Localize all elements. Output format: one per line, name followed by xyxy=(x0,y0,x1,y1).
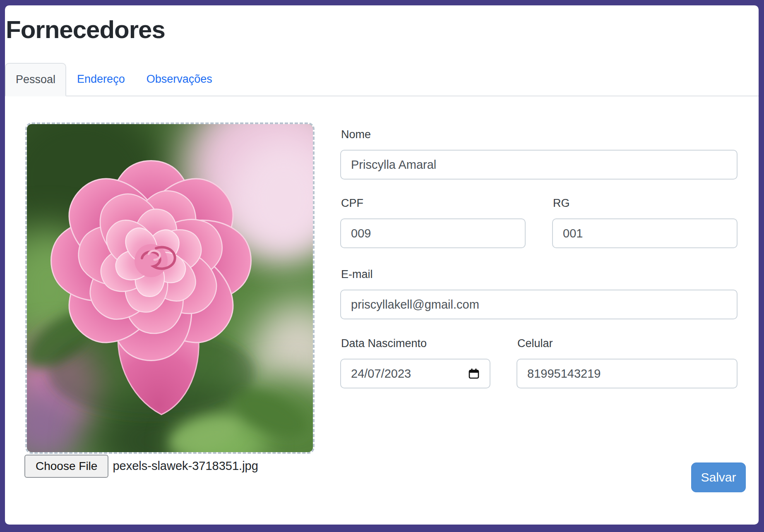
nome-label: Nome xyxy=(341,128,738,141)
email-label: E-mail xyxy=(341,268,738,281)
rg-input[interactable] xyxy=(552,218,738,248)
choose-file-button[interactable]: Choose File xyxy=(24,455,108,478)
nome-input[interactable] xyxy=(340,150,738,180)
tab-observacoes[interactable]: Observações xyxy=(136,63,223,96)
rose-photo-preview xyxy=(27,124,313,452)
photo-dropzone xyxy=(25,122,315,454)
rg-label: RG xyxy=(553,197,738,210)
celular-field: Celular xyxy=(517,319,738,388)
tab-endereco[interactable]: Endereço xyxy=(66,63,136,96)
email-input[interactable] xyxy=(340,290,738,319)
page-title: Fornecedores xyxy=(6,14,759,45)
rg-field: RG xyxy=(552,180,738,248)
photo-file-input: Choose File pexels-slawek-3718351.jpg xyxy=(24,454,258,478)
fornecedores-card: Fornecedores Pessoal Endereço Observaçõe… xyxy=(5,5,759,525)
save-button[interactable]: Salvar xyxy=(691,463,746,492)
tab-bar: Pessoal Endereço Observações xyxy=(5,63,759,96)
cpf-rg-row: CPF RG xyxy=(340,180,738,248)
selected-file-name: pexels-slawek-3718351.jpg xyxy=(113,459,258,473)
cpf-input[interactable] xyxy=(340,218,526,248)
calendar-icon[interactable] xyxy=(468,368,480,379)
cpf-label: CPF xyxy=(341,197,526,210)
data-nascimento-label: Data Nascimento xyxy=(341,337,490,350)
tab-pessoal[interactable]: Pessoal xyxy=(5,63,66,96)
celular-label: Celular xyxy=(517,337,738,350)
rose-illustration xyxy=(27,124,313,452)
pessoal-form: Nome CPF RG E-mail Data Nascimento xyxy=(340,128,738,388)
celular-input[interactable] xyxy=(517,359,738,388)
data-celular-row: Data Nascimento Celular xyxy=(340,319,738,388)
data-nascimento-field: Data Nascimento xyxy=(340,319,490,388)
cpf-field: CPF xyxy=(340,180,526,248)
